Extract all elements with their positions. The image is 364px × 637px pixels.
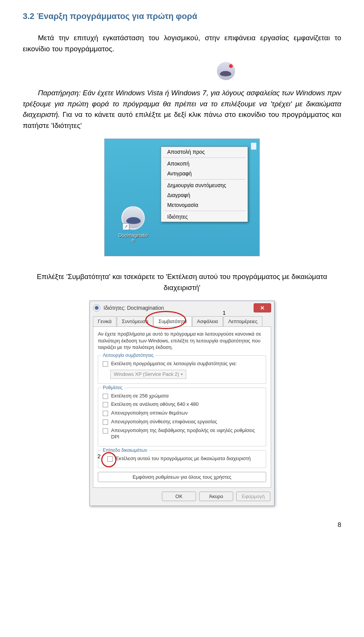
group-legend: Ρυθμίσεις <box>101 385 124 390</box>
show-all-users-button[interactable]: Εμφάνιση ρυθμίσεων για όλους τους χρήστε… <box>98 472 266 482</box>
annotation-number-2: 2 <box>97 453 100 459</box>
dialog-icon <box>93 304 100 312</box>
checkbox-icon <box>103 361 108 367</box>
menu-send-to[interactable]: Αποστολή προς <box>161 147 248 157</box>
menu-rename[interactable]: Μετονομασία <box>161 200 248 210</box>
chevron-down-icon: ▾ <box>181 372 183 376</box>
section-heading: 3.2 Έναρξη προγράμματος για πρώτη φορά <box>23 11 341 21</box>
app-icon <box>217 62 235 80</box>
group-legend: Λειτουργία συμβατότητας <box>101 353 155 358</box>
dialog-body: Αν έχετε προβλήματα με αυτό το πρόγραμμα… <box>93 326 271 488</box>
note-tail: Για να το κάνετε αυτό επιλέξτε με δεξί κ… <box>23 110 341 129</box>
menu-delete[interactable]: Διαγραφή <box>161 190 248 200</box>
dialog-titlebar: Ιδιότητες: DocImagination ✕ <box>90 301 274 315</box>
tab-compatibility[interactable]: Συμβατότητα <box>154 316 192 326</box>
menu-divider <box>163 179 245 180</box>
ok-button[interactable]: OK <box>162 492 196 501</box>
menu-divider <box>163 158 245 158</box>
setting-256-colors[interactable]: Εκτέλεση σε 256 χρώματα <box>102 392 262 400</box>
desktop-icon-label: DocImaginatio n <box>115 233 151 243</box>
screenshot-properties-dialog: Ιδιότητες: DocImagination ✕ 1 Γενικά Συν… <box>89 301 275 506</box>
setting-640x480[interactable]: Εκτέλεση σε ανάλυση οθόνης 640 x 480 <box>102 400 262 409</box>
menu-copy[interactable]: Αντιγραφή <box>161 169 248 178</box>
app-icon: ↗ <box>121 206 145 230</box>
paragraph-note: Παρατήρηση: Εάν έχετε Windows Vista ή Wi… <box>23 88 341 131</box>
group-compat-mode: Λειτουργία συμβατότητας Εκτέλεση προγράμ… <box>98 355 266 384</box>
desktop-corner <box>251 143 256 150</box>
dialog-title: Ιδιότητες: DocImagination <box>104 305 254 311</box>
group-settings: Ρυθμίσεις Εκτέλεση σε 256 χρώματα Εκτέλε… <box>98 388 266 446</box>
group-privilege: Επίπεδο δικαιωμάτων 2 Εκτέλεση αυτού του… <box>98 450 266 468</box>
setting-disable-themes[interactable]: Απενεργοποίηση οπτικών θεμάτων <box>102 409 262 418</box>
tabs-row: 1 Γενικά Συντόμευση Συμβατότητα Ασφάλεια… <box>90 316 274 326</box>
menu-create-shortcut[interactable]: Δημιουργία συντόμευσης <box>161 180 248 190</box>
screenshot-desktop: Αποστολή προς Αποκοπή Αντιγραφή Δημιουργ… <box>104 139 260 256</box>
paragraph-instruction: Επιλέξτε 'Συμβατότητα' και τσεκάρετε το … <box>23 271 341 293</box>
tab-details[interactable]: Λεπτομέρειες <box>223 316 262 326</box>
menu-cut[interactable]: Αποκοπή <box>161 159 248 169</box>
cancel-button[interactable]: Άκυρο <box>199 492 233 501</box>
setting-run-as-admin[interactable]: Εκτέλεση αυτού του προγράμματος με δικαι… <box>102 454 262 463</box>
tab-general[interactable]: Γενικά <box>93 316 116 326</box>
group-legend: Επίπεδο δικαιωμάτων <box>101 448 149 453</box>
checkbox-icon <box>103 411 108 416</box>
paragraph-intro: Μετά την επιτυχή εγκατάσταση του λογισμι… <box>23 33 341 54</box>
dialog-buttons: OK Άκυρο Εφαρμογή <box>90 488 274 506</box>
apply-button[interactable]: Εφαρμογή <box>236 492 270 501</box>
setting-disable-composition[interactable]: Απενεργοποίηση σύνθεσης επιφάνειας εργασ… <box>102 418 262 426</box>
checkbox-icon <box>107 456 113 462</box>
checkbox-icon <box>103 394 108 399</box>
page-number: 8 <box>23 521 341 529</box>
context-menu: Αποστολή προς Αποκοπή Αντιγραφή Δημιουργ… <box>161 147 248 222</box>
tab-shortcut[interactable]: Συντόμευση <box>117 316 153 326</box>
annotation-number-1: 1 <box>223 309 226 316</box>
checkbox-icon <box>103 419 108 425</box>
menu-properties[interactable]: Ιδιότητες <box>161 212 248 222</box>
tab-security[interactable]: Ασφάλεια <box>192 316 223 326</box>
compat-os-select[interactable]: Windows XP (Service Pack 2) ▾ <box>110 370 186 379</box>
program-icon-inline <box>23 62 341 80</box>
desktop-icon[interactable]: ↗ DocImaginatio n <box>115 206 151 243</box>
setting-disable-dpi[interactable]: Απενεργοποίηση της διαβάθμισης προβολής … <box>102 426 262 441</box>
close-button[interactable]: ✕ <box>254 303 271 312</box>
compat-description: Αν έχετε προβλήματα με αυτό το πρόγραμμα… <box>98 331 266 351</box>
menu-divider <box>163 211 245 211</box>
shortcut-arrow-icon: ↗ <box>122 223 129 230</box>
checkbox-icon <box>103 428 108 434</box>
checkbox-icon <box>103 402 108 407</box>
compat-mode-checkbox[interactable]: Εκτέλεση προγράμματος σε λειτουργία συμβ… <box>102 359 262 368</box>
